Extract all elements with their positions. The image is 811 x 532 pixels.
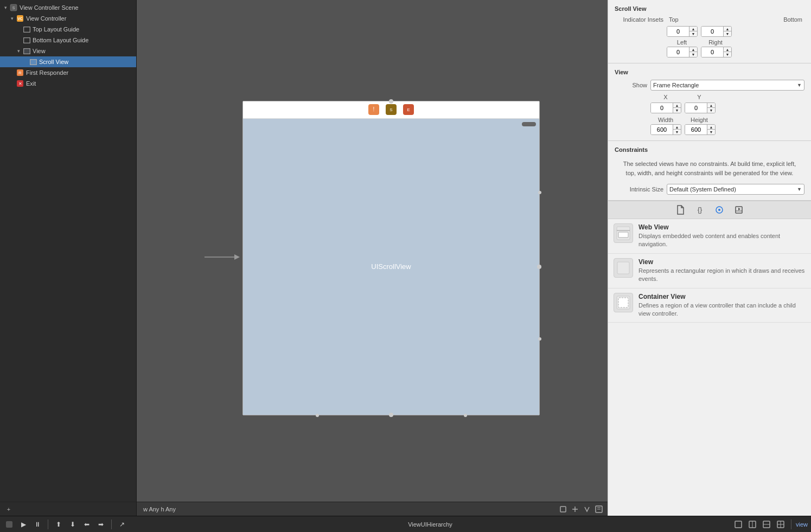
back-btn[interactable]	[3, 518, 15, 530]
top-inset-decrement[interactable]: ▼	[689, 31, 697, 36]
step-right-btn[interactable]: ➡	[95, 518, 107, 530]
play-btn[interactable]: ▶	[17, 518, 29, 530]
constraints-btn-1[interactable]	[732, 518, 744, 530]
width-input[interactable]	[651, 125, 673, 134]
width-increment[interactable]: ▲	[673, 125, 681, 130]
sidebar-item-responder[interactable]: R First Responder	[0, 67, 136, 78]
height-increment[interactable]: ▲	[707, 125, 715, 130]
list-item[interactable]: Web View Displays embedded web content a…	[608, 219, 811, 254]
top-inset-input-group[interactable]: ▲ ▼	[667, 26, 698, 37]
size-inspector-icon[interactable]	[595, 505, 603, 514]
left-inset-stepper[interactable]: ▲ ▼	[689, 47, 697, 57]
svg-marker-13	[234, 254, 240, 260]
height-input[interactable]	[685, 125, 707, 134]
intrinsic-size-dropdown[interactable]: Default (System Defined) ▼	[667, 184, 804, 195]
x-stepper[interactable]: ▲ ▼	[673, 103, 681, 113]
top-layout-icon	[23, 25, 30, 33]
y-decrement[interactable]: ▼	[707, 108, 715, 113]
constraints-btn-3[interactable]	[761, 518, 772, 530]
resolve-icon[interactable]	[583, 505, 591, 514]
right-inset-stepper[interactable]: ▲ ▼	[723, 47, 731, 57]
container-view-icon	[614, 293, 633, 312]
width-stepper[interactable]: ▲ ▼	[673, 125, 681, 134]
svg-rect-34	[618, 298, 628, 307]
pause-btn[interactable]: ⏸	[31, 518, 43, 530]
view-section-title: View	[615, 69, 804, 75]
view-item-icon	[614, 258, 633, 278]
bottom-inset-input[interactable]	[701, 27, 723, 36]
right-inset-input[interactable]	[701, 47, 723, 57]
view-label: View	[33, 48, 46, 54]
sidebar-item-bottom-layout[interactable]: Bottom Layout Guide	[0, 35, 136, 46]
web-view-icon	[614, 223, 633, 243]
step-left-btn[interactable]: ⬅	[81, 518, 93, 530]
y-input[interactable]	[685, 103, 707, 113]
canvas-bottom-icons	[559, 505, 603, 514]
align-icon[interactable]	[571, 505, 579, 514]
tree-arrow-view[interactable]	[15, 48, 22, 54]
toolbar-divider-1	[48, 520, 48, 529]
left-inset-decrement[interactable]: ▼	[689, 52, 697, 57]
right-inset-decrement[interactable]: ▼	[724, 52, 731, 57]
sidebar-item-view[interactable]: View	[0, 46, 136, 56]
y-increment[interactable]: ▲	[707, 103, 715, 108]
left-inset-input[interactable]	[667, 47, 689, 57]
tree-view: S View Controller Scene VC View Controll…	[0, 0, 136, 502]
lib-code-icon[interactable]: {}	[694, 204, 705, 215]
height-decrement[interactable]: ▼	[707, 130, 715, 134]
exit-label: Exit	[26, 80, 36, 87]
toolbar-icon-storyboard[interactable]: S	[386, 104, 397, 115]
step-down-btn[interactable]: ⬇	[67, 518, 79, 530]
step-up-btn[interactable]: ⬆	[53, 518, 65, 530]
show-dropdown[interactable]: Frame Rectangle ▼	[650, 80, 804, 91]
lib-media-icon[interactable]	[733, 204, 744, 215]
right-inset-increment[interactable]: ▲	[724, 47, 731, 52]
svg-point-25	[718, 209, 720, 211]
sidebar-item-scene[interactable]: S View Controller Scene	[0, 2, 136, 13]
top-inset-input[interactable]	[667, 27, 689, 36]
left-inset-input-group[interactable]: ▲ ▼	[667, 47, 698, 57]
constraints-btn-2[interactable]	[746, 518, 758, 530]
x-decrement[interactable]: ▼	[673, 108, 681, 113]
svg-rect-6	[23, 48, 30, 54]
constraints-btn-4[interactable]	[775, 518, 787, 530]
indicator-insets-row: Indicator Insets Top Bottom	[615, 16, 804, 23]
lib-file-icon[interactable]	[675, 204, 686, 215]
left-inset-increment[interactable]: ▲	[689, 47, 697, 52]
pin-constraints-icon[interactable]	[559, 505, 567, 514]
width-decrement[interactable]: ▼	[673, 130, 681, 134]
height-stepper[interactable]: ▲ ▼	[707, 125, 715, 134]
x-input[interactable]	[651, 103, 673, 113]
sidebar-item-top-layout[interactable]: Top Layout Guide	[0, 24, 136, 35]
scroll-view-canvas[interactable]: UIScrollView	[243, 119, 539, 415]
entry-arrow	[205, 252, 242, 262]
top-inset-increment[interactable]: ▲	[689, 27, 697, 31]
height-input-group[interactable]: ▲ ▼	[685, 124, 716, 135]
sidebar-item-scrollview[interactable]: Scroll View	[0, 56, 136, 67]
toolbar-icon-exit2[interactable]: E	[403, 104, 414, 115]
share-btn[interactable]: ↗	[116, 518, 128, 530]
right-inset-input-group[interactable]: ▲ ▼	[701, 47, 732, 57]
left-right-labels: Left Right	[667, 39, 804, 46]
list-item[interactable]: Container View Defines a region of a vie…	[608, 289, 811, 323]
sidebar-item-exit[interactable]: ✕ Exit	[0, 78, 136, 89]
add-constraint-icon[interactable]: +	[4, 505, 13, 514]
y-input-group[interactable]: ▲ ▼	[685, 102, 716, 113]
bottom-inset-stepper[interactable]: ▲ ▼	[723, 27, 731, 36]
lib-object-icon[interactable]	[714, 204, 725, 215]
bottom-inset-decrement[interactable]: ▼	[724, 31, 731, 36]
sidebar-item-vc[interactable]: VC View Controller	[0, 13, 136, 24]
x-input-group[interactable]: ▲ ▼	[650, 102, 681, 113]
top-inset-stepper[interactable]: ▲ ▼	[689, 27, 697, 36]
xy-labels-row: X Y	[650, 94, 804, 100]
toolbar-icon-warning[interactable]: !	[368, 104, 379, 115]
top-label-inset: Top	[669, 16, 679, 23]
width-input-group[interactable]: ▲ ▼	[650, 124, 681, 135]
list-item[interactable]: View Represents a rectangular region in …	[608, 254, 811, 289]
bottom-inset-input-group[interactable]: ▲ ▼	[701, 26, 732, 37]
y-stepper[interactable]: ▲ ▼	[707, 103, 715, 113]
tree-arrow-vc[interactable]	[9, 15, 15, 22]
bottom-inset-increment[interactable]: ▲	[724, 27, 731, 31]
x-increment[interactable]: ▲	[673, 103, 681, 108]
tree-arrow-scene[interactable]	[2, 4, 9, 11]
